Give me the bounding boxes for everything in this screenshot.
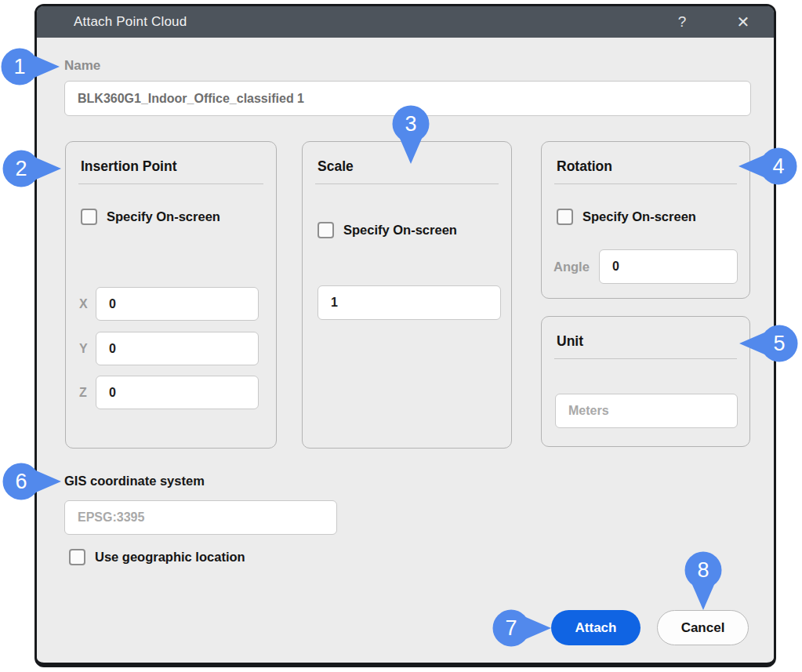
scale-title: Scale xyxy=(318,158,354,175)
rotation-specify-checkbox[interactable] xyxy=(557,209,573,225)
scale-specify-row: Specify On-screen xyxy=(318,222,457,238)
name-label: Name xyxy=(64,58,100,74)
callout-4: 4 xyxy=(738,147,797,185)
use-geo-checkbox[interactable] xyxy=(69,549,85,565)
gis-label: GIS coordinate system xyxy=(64,474,205,489)
scale-input[interactable] xyxy=(318,285,501,320)
x-label: X xyxy=(79,297,88,311)
dialog-titlebar[interactable]: Attach Point Cloud ? ✕ xyxy=(37,6,774,38)
close-icon[interactable]: ✕ xyxy=(730,6,757,38)
callout-1: 1 xyxy=(1,48,60,85)
scale-specify-label: Specify On-screen xyxy=(343,223,457,238)
z-input[interactable] xyxy=(96,376,259,409)
divider xyxy=(78,183,263,184)
callout-3: 3 xyxy=(392,105,430,165)
angle-label: Angle xyxy=(553,260,590,274)
attach-point-cloud-dialog: Attach Point Cloud ? ✕ Name Insertion Po… xyxy=(34,4,776,667)
callout-6: 6 xyxy=(2,463,62,500)
x-input[interactable] xyxy=(96,287,259,321)
divider xyxy=(554,358,737,359)
y-input[interactable] xyxy=(96,332,259,365)
scale-group: Scale Specify On-screen xyxy=(302,141,512,449)
insertion-specify-checkbox[interactable] xyxy=(81,209,97,225)
scale-specify-checkbox[interactable] xyxy=(318,222,334,238)
unit-title: Unit xyxy=(557,333,583,350)
rotation-specify-label: Specify On-screen xyxy=(582,209,696,224)
gis-input[interactable] xyxy=(64,500,337,535)
angle-input[interactable] xyxy=(599,249,738,284)
dialog-title: Attach Point Cloud xyxy=(74,6,187,38)
callout-5: 5 xyxy=(738,325,798,362)
insertion-point-title: Insertion Point xyxy=(81,158,177,175)
callout-7: 7 xyxy=(492,609,552,647)
rotation-title: Rotation xyxy=(557,158,612,175)
unit-group: Unit xyxy=(541,316,750,447)
callout-2: 2 xyxy=(2,150,62,187)
insertion-point-group: Insertion Point Specify On-screen X Y Z xyxy=(65,141,277,449)
attach-button[interactable]: Attach xyxy=(551,610,641,645)
rotation-group: Rotation Specify On-screen Angle xyxy=(541,141,750,299)
help-icon[interactable]: ? xyxy=(669,6,695,38)
cancel-button[interactable]: Cancel xyxy=(657,610,749,645)
insertion-specify-row: Specify On-screen xyxy=(81,209,220,225)
z-label: Z xyxy=(79,386,87,400)
divider xyxy=(554,183,737,184)
y-label: Y xyxy=(79,342,88,356)
divider xyxy=(315,183,499,184)
use-geo-row: Use geographic location xyxy=(69,549,245,565)
callout-8: 8 xyxy=(684,551,722,611)
unit-input[interactable] xyxy=(555,394,738,428)
rotation-specify-row: Specify On-screen xyxy=(557,209,696,225)
insertion-specify-label: Specify On-screen xyxy=(107,209,220,224)
use-geo-label: Use geographic location xyxy=(95,550,245,565)
